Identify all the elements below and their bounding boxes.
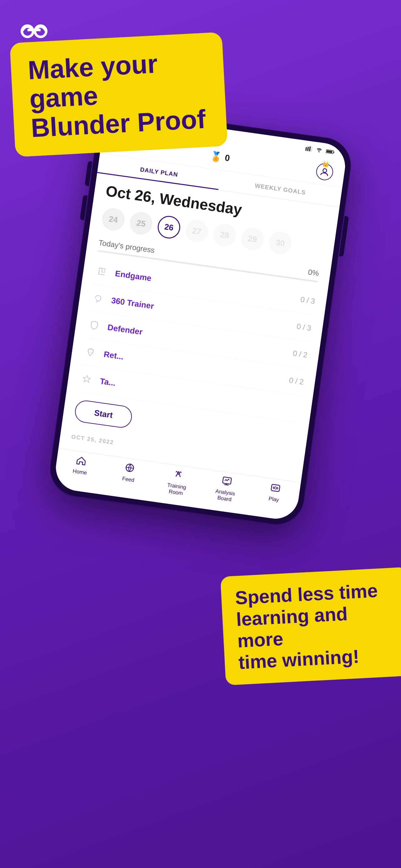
activity-score-endgame: 0 / 3	[300, 295, 315, 306]
activity-score-defender: 0 / 2	[292, 349, 308, 359]
date-27[interactable]: 27	[184, 218, 209, 244]
home-icon	[76, 456, 87, 468]
svg-rect-9	[333, 152, 334, 153]
training-icon	[173, 469, 183, 482]
date-30[interactable]: 30	[268, 230, 293, 256]
svg-point-15	[273, 487, 275, 489]
crown-icon: 👑	[322, 161, 330, 168]
date-28[interactable]: 28	[212, 222, 237, 248]
promo-text: Spend less time learning and more time w…	[235, 579, 399, 673]
svg-point-11	[323, 168, 327, 173]
svg-rect-5	[309, 146, 311, 151]
progress-bar-fill	[97, 250, 98, 251]
promo-card: Spend less time learning and more time w…	[220, 567, 401, 685]
svg-rect-4	[307, 147, 309, 151]
endgame-icon	[94, 264, 110, 280]
nav-training[interactable]: Training Room	[151, 466, 203, 499]
nav-analysis-label: Analysis Board	[214, 488, 235, 503]
defender-icon	[86, 317, 102, 333]
date-29[interactable]: 29	[240, 226, 265, 251]
nav-play-label: Play	[268, 496, 279, 503]
nav-feed-label: Feed	[122, 475, 135, 484]
nav-feed[interactable]: Feed	[103, 460, 155, 492]
trainer-icon	[90, 290, 106, 307]
analysis-icon	[222, 476, 232, 488]
medal-icon: 🏅	[209, 150, 223, 163]
ta-icon	[79, 371, 95, 387]
svg-point-16	[276, 488, 278, 489]
svg-rect-2	[28, 29, 41, 31]
progress-percent: 0%	[308, 268, 320, 278]
activity-list: Endgame 0 / 3 360 Trainer 0 /	[78, 257, 317, 423]
header-score: 0	[224, 153, 231, 163]
ret-icon	[82, 344, 99, 360]
nav-play[interactable]: Play	[248, 480, 300, 513]
profile-button[interactable]: 👑	[315, 162, 334, 181]
activity-score-360: 0 / 3	[296, 322, 312, 333]
tagline-card: Make your game Blunder Proof	[10, 32, 228, 157]
play-icon	[270, 483, 281, 495]
phone-screen: 9:41 🏅 0	[53, 112, 348, 522]
logo	[19, 19, 56, 42]
date-25[interactable]: 25	[128, 211, 154, 236]
nav-home-label: Home	[72, 468, 88, 476]
svg-rect-14	[271, 484, 280, 492]
nav-training-label: Training Room	[166, 482, 187, 497]
date-26-active[interactable]: 26	[156, 214, 181, 240]
score-display: 🏅 0	[209, 150, 231, 164]
start-button[interactable]: Start	[74, 399, 133, 429]
svg-rect-6	[311, 147, 312, 152]
date-24[interactable]: 24	[101, 207, 126, 232]
activity-score-ret: 0 / 2	[289, 376, 304, 386]
screen-content: Oct 26, Wednesday 24 25 26 27	[58, 173, 339, 482]
feed-icon	[124, 462, 135, 475]
svg-rect-3	[305, 147, 307, 151]
tagline-text: Make your game Blunder Proof	[27, 46, 210, 143]
nav-analysis[interactable]: Analysis Board	[200, 473, 252, 506]
svg-point-7	[318, 151, 320, 153]
phone-mockup: 9:41 🏅 0	[46, 106, 355, 528]
nav-home[interactable]: Home	[54, 453, 106, 486]
